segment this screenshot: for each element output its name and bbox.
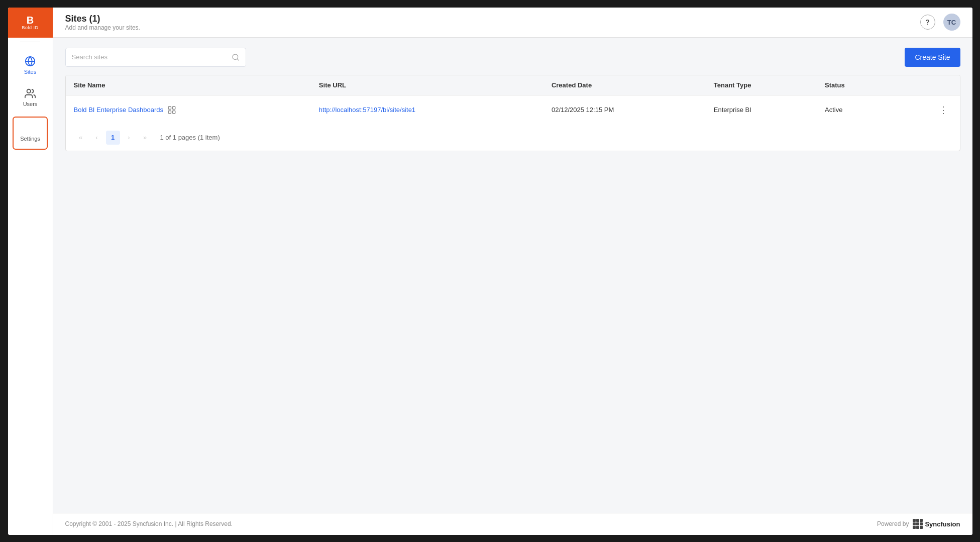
cell-site-name: Bold BI Enterprise Dashboards bbox=[66, 95, 311, 125]
col-tenant-type: Tenant Type bbox=[706, 75, 817, 95]
pagination-info: 1 of 1 pages (1 item) bbox=[160, 134, 220, 141]
footer: Copyright © 2001 - 2025 Syncfusion Inc. … bbox=[53, 513, 972, 535]
logo-letter: B bbox=[27, 15, 34, 25]
cell-status: Active bbox=[817, 95, 891, 125]
sidebar: B Bold ID Sites bbox=[8, 8, 53, 535]
cell-created-date: 02/12/2025 12:15 PM bbox=[543, 95, 706, 125]
page-subtitle: Add and manage your sites. bbox=[65, 24, 140, 31]
svg-rect-6 bbox=[168, 106, 171, 109]
syncfusion-grid-icon bbox=[913, 519, 923, 529]
prev-page-button[interactable]: ‹ bbox=[90, 131, 104, 145]
syncfusion-logo: Syncfusion bbox=[913, 519, 960, 529]
svg-line-5 bbox=[237, 59, 239, 60]
page-title: Sites (1) bbox=[65, 14, 140, 24]
sidebar-item-users[interactable]: Users bbox=[13, 82, 48, 113]
users-icon bbox=[25, 88, 36, 99]
page-header: Sites (1) Add and manage your sites. bbox=[65, 14, 140, 31]
sidebar-divider bbox=[20, 42, 40, 42]
site-url-link[interactable]: http://localhost:57197/bi/site/site1 bbox=[319, 106, 415, 114]
col-site-url: Site URL bbox=[311, 75, 543, 95]
powered-by-label: Powered by bbox=[877, 520, 909, 527]
main-content: Sites (1) Add and manage your sites. ? T… bbox=[53, 8, 972, 535]
svg-rect-8 bbox=[168, 111, 171, 113]
svg-rect-9 bbox=[172, 111, 175, 113]
sidebar-item-users-label: Users bbox=[23, 101, 38, 107]
help-button[interactable]: ? bbox=[920, 15, 935, 30]
search-box bbox=[65, 48, 246, 67]
avatar[interactable]: TC bbox=[943, 14, 960, 31]
search-icon bbox=[232, 53, 240, 61]
cell-more-actions: ⋮ bbox=[891, 95, 959, 125]
cell-site-url: http://localhost:57197/bi/site/site1 bbox=[311, 95, 543, 125]
sidebar-item-sites[interactable]: Sites bbox=[13, 50, 48, 80]
next-page-button[interactable]: › bbox=[122, 131, 136, 145]
col-site-name: Site Name bbox=[66, 75, 311, 95]
sidebar-item-settings-label: Settings bbox=[20, 136, 40, 142]
col-actions bbox=[891, 75, 959, 95]
col-status: Status bbox=[817, 75, 891, 95]
sidebar-nav: Sites Users bbox=[8, 46, 53, 154]
syncfusion-brand-name: Syncfusion bbox=[925, 520, 960, 528]
first-page-button[interactable]: « bbox=[74, 131, 88, 145]
site-manage-icon[interactable] bbox=[167, 105, 176, 115]
row-more-button[interactable]: ⋮ bbox=[935, 102, 952, 118]
toolbar-row: Create Site bbox=[65, 48, 960, 67]
last-page-button[interactable]: » bbox=[138, 131, 152, 145]
sidebar-item-settings[interactable]: Settings bbox=[13, 117, 48, 150]
top-bar-actions: ? TC bbox=[920, 14, 960, 31]
create-site-button[interactable]: Create Site bbox=[905, 48, 960, 67]
svg-point-2 bbox=[27, 89, 31, 92]
table-row: Bold BI Enterprise Dashboards http://loc… bbox=[66, 95, 960, 125]
page-1-button[interactable]: 1 bbox=[106, 131, 120, 145]
content-area: Create Site Site Name Site URL Created D… bbox=[53, 38, 972, 513]
svg-rect-7 bbox=[172, 106, 175, 109]
footer-copyright: Copyright © 2001 - 2025 Syncfusion Inc. … bbox=[65, 520, 233, 527]
sites-table: Site Name Site URL Created Date Tenant T… bbox=[66, 75, 960, 125]
footer-powered: Powered by Syncfusion bbox=[877, 519, 960, 529]
sites-table-container: Site Name Site URL Created Date Tenant T… bbox=[65, 75, 960, 151]
logo-sub: Bold ID bbox=[22, 25, 38, 30]
app-logo: B Bold ID bbox=[8, 8, 53, 38]
col-created-date: Created Date bbox=[543, 75, 706, 95]
top-bar: Sites (1) Add and manage your sites. ? T… bbox=[53, 8, 972, 38]
pagination-row: « ‹ 1 › » 1 of 1 pages (1 item) bbox=[66, 125, 960, 151]
sidebar-item-sites-label: Sites bbox=[24, 69, 36, 75]
search-input[interactable] bbox=[72, 53, 228, 61]
site-name-link[interactable]: Bold BI Enterprise Dashboards bbox=[74, 106, 163, 114]
cell-tenant-type: Enterprise BI bbox=[706, 95, 817, 125]
globe-icon bbox=[25, 56, 36, 67]
table-header-row: Site Name Site URL Created Date Tenant T… bbox=[66, 75, 960, 95]
